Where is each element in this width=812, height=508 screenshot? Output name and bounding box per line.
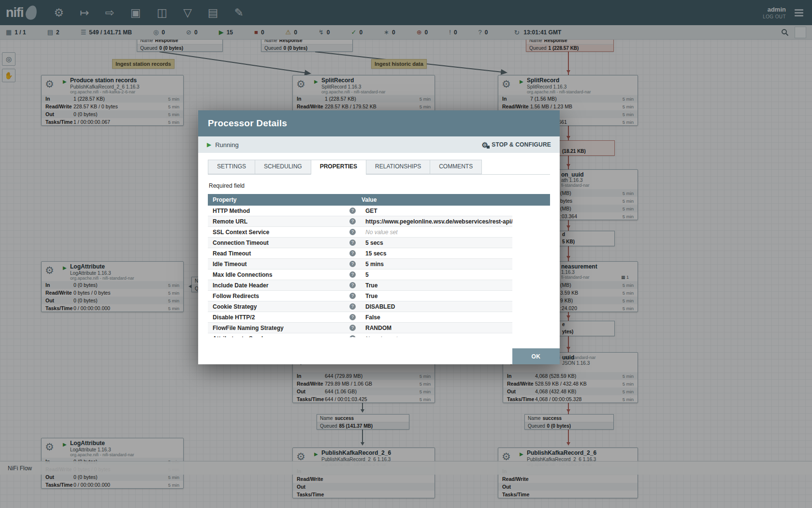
property-value: No value set — [362, 229, 398, 236]
property-value: No value set — [362, 335, 398, 338]
property-name: SSL Context Service — [213, 229, 349, 236]
property-row: Attributes to Send?No value set — [208, 333, 512, 337]
help-icon[interactable]: ? — [349, 293, 356, 299]
properties-table-header: Property Value — [208, 194, 550, 206]
nifi-app: Ingest station recordsIngest historic da… — [0, 0, 812, 508]
property-row: Include Date Header?True — [208, 280, 512, 291]
tab-comments[interactable]: COMMENTS — [430, 160, 482, 174]
processor-details-dialog: Processor Details ▶ Running ⚙ STOP & CON… — [198, 110, 560, 364]
help-icon[interactable]: ? — [349, 325, 356, 331]
help-icon[interactable]: ? — [349, 335, 356, 337]
property-value: False — [362, 314, 380, 321]
running-status-icon: ▶ — [207, 141, 211, 148]
property-value: True — [362, 282, 377, 289]
property-value: 5 mins — [362, 261, 384, 268]
tab-scheduling[interactable]: SCHEDULING — [255, 160, 311, 174]
property-cell: Read Timeout? — [208, 250, 362, 257]
property-row: Connection Timeout?5 secs — [208, 238, 512, 248]
property-row: Max Idle Connections?5 — [208, 269, 512, 280]
property-value: RANDOM — [362, 325, 392, 331]
property-row: SSL Context Service?No value set — [208, 227, 512, 238]
property-value: https://www.pegelonline.wsv.de/webservic… — [362, 218, 512, 225]
property-cell: Disable HTTP/2? — [208, 314, 362, 321]
help-icon[interactable]: ? — [349, 239, 356, 246]
property-name: Max Idle Connections — [213, 271, 349, 278]
property-value: 5 — [362, 271, 369, 278]
property-row: Disable HTTP/2?False — [208, 312, 512, 323]
property-name: HTTP Method — [213, 208, 349, 214]
property-column-header: Property — [208, 194, 362, 206]
required-field-note: Required field — [209, 182, 549, 189]
property-value: GET — [362, 208, 377, 214]
property-name: Remote URL — [213, 218, 349, 225]
property-cell: Attributes to Send? — [208, 335, 362, 338]
dialog-title: Processor Details — [198, 110, 560, 136]
property-cell: Max Idle Connections? — [208, 271, 362, 278]
property-row: Remote URL?https://www.pegelonline.wsv.d… — [208, 216, 512, 227]
property-name: FlowFile Naming Strategy — [213, 325, 349, 331]
property-value: 15 secs — [362, 250, 386, 257]
property-name: Connection Timeout — [213, 239, 349, 246]
run-status-text: Running — [215, 141, 238, 149]
property-cell: HTTP Method? — [208, 208, 362, 214]
property-row: HTTP Method?GET — [208, 206, 512, 216]
tab-relationships[interactable]: RELATIONSHIPS — [366, 160, 430, 174]
help-icon[interactable]: ? — [349, 250, 356, 256]
property-name: Idle Timeout — [213, 261, 349, 268]
property-row: Idle Timeout?5 mins — [208, 259, 512, 269]
property-cell: Connection Timeout? — [208, 239, 362, 246]
help-icon[interactable]: ? — [349, 208, 356, 214]
stop-configure-icon: ⚙ — [482, 141, 489, 149]
property-cell: Remote URL? — [208, 218, 362, 225]
property-row: FlowFile Naming Strategy?RANDOM — [208, 323, 512, 333]
property-cell: SSL Context Service? — [208, 229, 362, 236]
property-row: Cookie Strategy?DISABLED — [208, 301, 512, 312]
stop-and-configure-button[interactable]: ⚙ STOP & CONFIGURE — [482, 141, 551, 149]
property-name: Read Timeout — [213, 250, 349, 257]
tab-properties[interactable]: PROPERTIES — [311, 160, 366, 175]
property-cell: FlowFile Naming Strategy? — [208, 325, 362, 331]
property-value: True — [362, 293, 377, 299]
property-name: Include Date Header — [213, 282, 349, 289]
help-icon[interactable]: ? — [349, 229, 356, 235]
property-value: 5 secs — [362, 239, 383, 246]
ok-button[interactable]: OK — [512, 348, 560, 364]
property-row: Read Timeout?15 secs — [208, 248, 512, 259]
property-name: Attributes to Send — [213, 335, 349, 338]
help-icon[interactable]: ? — [349, 218, 356, 224]
property-name: Cookie Strategy — [213, 303, 349, 310]
help-icon[interactable]: ? — [349, 303, 356, 310]
property-value: DISABLED — [362, 303, 395, 310]
property-cell: Follow Redirects? — [208, 293, 362, 299]
dialog-tabs: SETTINGSSCHEDULINGPROPERTIESRELATIONSHIP… — [208, 160, 550, 175]
value-column-header: Value — [362, 194, 377, 206]
tab-settings[interactable]: SETTINGS — [208, 160, 255, 174]
property-cell: Cookie Strategy? — [208, 303, 362, 310]
help-icon[interactable]: ? — [349, 282, 356, 288]
help-icon[interactable]: ? — [349, 261, 356, 267]
help-icon[interactable]: ? — [349, 314, 356, 320]
dialog-status-bar: ▶ Running ⚙ STOP & CONFIGURE — [198, 136, 560, 153]
properties-table: Property Value HTTP Method?GETRemote URL… — [208, 194, 550, 337]
property-cell: Idle Timeout? — [208, 261, 362, 268]
help-icon[interactable]: ? — [349, 271, 356, 278]
property-cell: Include Date Header? — [208, 282, 362, 289]
stop-configure-label: STOP & CONFIGURE — [492, 141, 551, 148]
property-name: Follow Redirects — [213, 293, 349, 299]
property-row: Follow Redirects?True — [208, 291, 512, 301]
property-name: Disable HTTP/2 — [213, 314, 349, 321]
